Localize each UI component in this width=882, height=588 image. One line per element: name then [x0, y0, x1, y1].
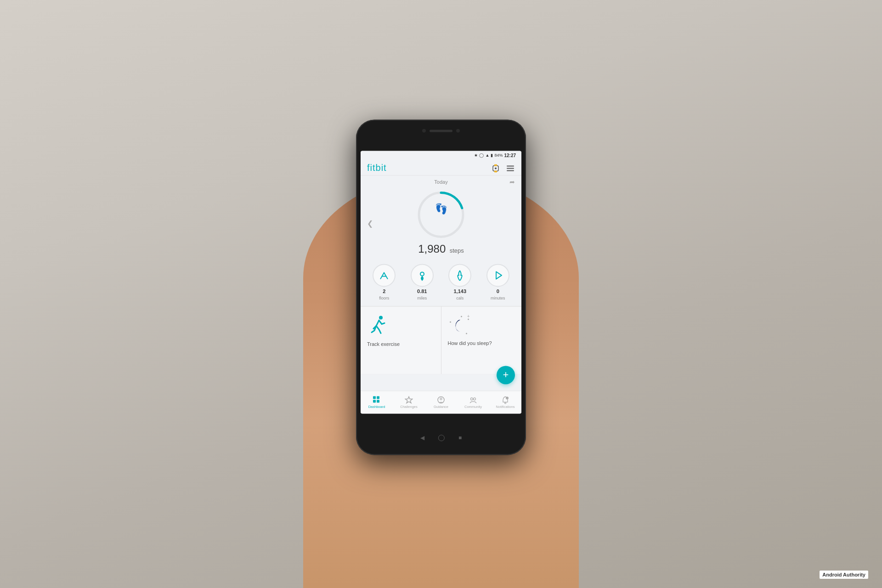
steps-circle[interactable]: 👣: [416, 189, 466, 240]
steps-value: 1,980 steps: [418, 243, 464, 255]
svg-point-11: [420, 272, 424, 276]
header-icons: [491, 164, 515, 172]
today-label: Today: [434, 179, 447, 185]
notifications-label: Notifications: [496, 405, 515, 409]
svg-rect-1: [494, 164, 497, 166]
recents-button[interactable]: ■: [458, 435, 462, 441]
steps-container: ❮ 👣 1,980 steps: [361, 187, 521, 260]
svg-point-3: [495, 167, 497, 169]
watermark: Android Authority: [820, 571, 868, 579]
stat-floors[interactable]: 2 floors: [365, 264, 403, 300]
stat-cals[interactable]: 1,143 cals: [441, 264, 479, 300]
svg-rect-2: [494, 170, 497, 172]
back-button[interactable]: ◀: [420, 435, 424, 441]
challenges-icon: [405, 396, 413, 404]
svg-point-19: [440, 398, 442, 400]
prev-arrow[interactable]: ❮: [367, 219, 373, 228]
steps-number: 1,980: [418, 243, 446, 255]
svg-point-13: [379, 316, 383, 319]
svg-text:...: ...: [506, 397, 508, 399]
cals-label: cals: [456, 296, 464, 300]
cals-value: 1,143: [453, 288, 466, 294]
nav-challenges[interactable]: Challenges: [393, 393, 425, 412]
app-header: fitbit: [361, 160, 521, 175]
signal-icon: ▮: [491, 153, 493, 158]
svg-rect-14: [373, 396, 376, 399]
star-1: [461, 316, 462, 317]
floors-label: floors: [379, 296, 389, 300]
svg-rect-4: [507, 165, 514, 166]
phone-notch: [422, 129, 460, 132]
nav-guidance[interactable]: Guidance: [425, 393, 457, 412]
svg-point-22: [505, 402, 506, 404]
community-icon: [469, 396, 477, 404]
nav-notifications[interactable]: ... Notifications: [489, 393, 521, 412]
notifications-icon: ...: [501, 396, 509, 404]
alarm-icon: ◯: [479, 153, 484, 158]
exercise-label: Track exercise: [367, 341, 400, 347]
phone-screen: ★ ◯ ▲ ▮ 84% 12:27 fitbit: [361, 151, 521, 413]
svg-text:👣: 👣: [435, 203, 448, 215]
svg-point-20: [471, 398, 473, 400]
svg-marker-12: [496, 271, 502, 279]
status-bar: ★ ◯ ▲ ▮ 84% 12:27: [361, 151, 521, 160]
plus-deco: +: [467, 314, 470, 319]
svg-point-21: [474, 398, 476, 400]
bottom-nav: Dashboard Challenges Guidance: [361, 390, 521, 413]
device-watch-icon[interactable]: [491, 164, 502, 172]
menu-icon[interactable]: [506, 164, 515, 172]
steps-unit: steps: [450, 247, 464, 254]
svg-rect-5: [507, 168, 514, 169]
fab-area: +: [361, 374, 521, 390]
minutes-value: 0: [497, 288, 499, 294]
nav-community[interactable]: Community: [457, 393, 489, 412]
floors-circle: [373, 264, 396, 287]
today-section: Today ➦: [361, 175, 521, 187]
cals-circle: [448, 264, 471, 287]
svg-rect-15: [377, 396, 379, 399]
floors-value: 2: [383, 288, 385, 294]
miles-circle: [411, 264, 434, 287]
miles-value: 0.81: [417, 288, 427, 294]
front-camera: [422, 129, 426, 132]
minutes-circle: [486, 264, 509, 287]
activity-cards: Track exercise +: [361, 306, 521, 374]
sleep-card[interactable]: + How did you sleep?: [441, 306, 522, 374]
community-label: Community: [464, 405, 482, 409]
svg-rect-6: [507, 170, 514, 171]
fitbit-logo: fitbit: [367, 163, 387, 173]
phone-device: ★ ◯ ▲ ▮ 84% 12:27 fitbit: [356, 119, 526, 455]
dashboard-icon: [373, 396, 381, 404]
star-4: [450, 321, 451, 322]
add-fab-button[interactable]: +: [497, 366, 515, 384]
guidance-label: Guidance: [434, 405, 448, 409]
status-icons: ★ ◯ ▲ ▮ 84% 12:27: [474, 153, 516, 158]
scroll-content: Today ➦ ❮ 👣 1,980: [361, 175, 521, 390]
home-button[interactable]: [438, 435, 445, 441]
location-icon: ▲: [485, 153, 489, 158]
stats-grid: 2 floors 0.81 miles: [361, 260, 521, 306]
fab-plus-icon: +: [503, 369, 509, 381]
earpiece-speaker: [430, 130, 452, 132]
stat-miles[interactable]: 0.81 miles: [403, 264, 441, 300]
android-nav-bar: ◀ ■: [420, 435, 462, 441]
moon-icon: [451, 317, 468, 334]
battery-text: 84%: [494, 153, 503, 158]
minutes-label: minutes: [491, 296, 505, 300]
challenges-label: Challenges: [400, 405, 418, 409]
share-icon[interactable]: ➦: [509, 178, 515, 186]
stat-minutes[interactable]: 0 minutes: [479, 264, 517, 300]
track-exercise-card[interactable]: Track exercise: [361, 306, 441, 374]
sleep-label: How did you sleep?: [448, 340, 492, 346]
guidance-icon: [437, 396, 445, 404]
sensor: [456, 129, 460, 132]
time-display: 12:27: [504, 153, 516, 158]
exercise-icon: [367, 314, 389, 338]
watermark-text: Android Authority: [820, 571, 868, 579]
star-3: [466, 333, 467, 334]
sleep-icon-container: +: [448, 314, 471, 337]
svg-rect-16: [373, 400, 376, 402]
svg-rect-17: [377, 400, 379, 402]
nav-dashboard[interactable]: Dashboard: [361, 393, 393, 412]
dashboard-label: Dashboard: [368, 405, 385, 409]
